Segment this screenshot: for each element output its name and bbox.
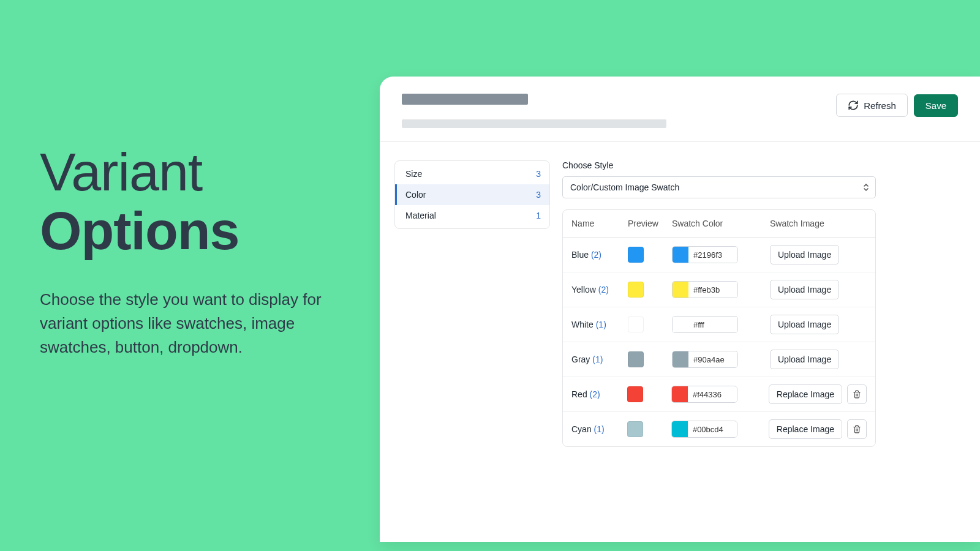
swatch-hex-field[interactable] xyxy=(688,317,737,332)
main-panel: Choose Style Color/Custom Image Swatch N… xyxy=(562,160,980,447)
th-swatch-image: Swatch Image xyxy=(770,219,867,228)
row-name: Cyan (1) xyxy=(571,424,627,434)
swatch-hex-field[interactable] xyxy=(688,352,737,367)
swatch-color-input[interactable] xyxy=(671,386,737,403)
choose-style-label: Choose Style xyxy=(562,160,980,170)
swatch-color-input[interactable] xyxy=(671,421,737,438)
delete-image-button[interactable] xyxy=(847,384,867,404)
sidebar-item-label: Size xyxy=(405,169,422,179)
swatch-hex-field[interactable] xyxy=(688,387,737,402)
row-swatch-image: Upload Image xyxy=(770,280,867,299)
row-count: (2) xyxy=(598,285,609,294)
upload-image-button[interactable]: Upload Image xyxy=(770,315,839,334)
swatch-color-chip[interactable] xyxy=(673,351,688,367)
preview-swatch xyxy=(628,247,644,263)
sidebar-item-label: Color xyxy=(405,190,426,200)
th-name: Name xyxy=(571,219,628,228)
subtitle-placeholder xyxy=(402,119,666,128)
row-name: White (1) xyxy=(571,320,628,329)
row-count: (2) xyxy=(590,389,600,399)
table-body: Blue (2)Upload ImageYellow (2)Upload Ima… xyxy=(563,238,875,446)
preview-swatch xyxy=(628,282,644,298)
swatch-color-input[interactable] xyxy=(672,246,738,263)
preview-swatch xyxy=(627,421,643,437)
sidebar-item-count: 1 xyxy=(536,211,541,220)
swatch-hex-field[interactable] xyxy=(688,282,737,298)
swatch-color-input[interactable] xyxy=(672,351,738,368)
row-swatch-image: Upload Image xyxy=(770,350,867,369)
swatch-hex-field[interactable] xyxy=(688,422,737,437)
row-preview xyxy=(628,247,672,263)
hero-text-block: Variant Options Choose the style you wan… xyxy=(40,144,349,359)
preview-swatch xyxy=(627,386,643,402)
table-row: Gray (1)Upload Image xyxy=(563,342,875,377)
hero-description: Choose the style you want to display for… xyxy=(40,288,349,359)
style-select-wrap: Color/Custom Image Swatch xyxy=(562,176,876,198)
swatch-color-chip[interactable] xyxy=(673,247,688,263)
app-body: Size3Color3Material1 Choose Style Color/… xyxy=(380,142,980,447)
row-swatch-color xyxy=(672,246,770,263)
row-swatch-color xyxy=(672,351,770,368)
sidebar-item-color[interactable]: Color3 xyxy=(395,184,549,205)
trash-icon xyxy=(853,425,861,433)
header-actions: Refresh Save xyxy=(836,94,958,117)
table-row: Cyan (1)Replace Image xyxy=(563,412,875,446)
replace-image-button[interactable]: Replace Image xyxy=(769,384,842,404)
refresh-button[interactable]: Refresh xyxy=(836,94,908,117)
swatch-table: Name Preview Swatch Color Swatch Image B… xyxy=(562,209,876,447)
sidebar-item-size[interactable]: Size3 xyxy=(395,163,549,184)
hero-title-line-1: Variant xyxy=(40,144,349,200)
refresh-icon xyxy=(848,100,859,111)
swatch-color-input[interactable] xyxy=(672,281,738,298)
row-swatch-image: Upload Image xyxy=(770,315,867,334)
upload-image-button[interactable]: Upload Image xyxy=(770,245,839,264)
sidebar-item-count: 3 xyxy=(536,169,541,179)
row-swatch-color xyxy=(672,281,770,298)
table-row: White (1)Upload Image xyxy=(563,307,875,342)
sidebar-item-count: 3 xyxy=(536,190,541,200)
preview-swatch xyxy=(628,351,644,367)
save-button[interactable]: Save xyxy=(914,94,958,117)
sidebar-item-material[interactable]: Material1 xyxy=(395,205,549,226)
upload-image-button[interactable]: Upload Image xyxy=(770,280,839,299)
save-button-label: Save xyxy=(925,100,946,111)
swatch-color-chip[interactable] xyxy=(673,317,688,332)
row-name: Red (2) xyxy=(571,389,627,399)
row-count: (1) xyxy=(596,320,606,329)
swatch-color-chip[interactable] xyxy=(672,421,688,437)
row-swatch-image: Replace Image xyxy=(769,419,867,439)
row-swatch-image: Upload Image xyxy=(770,245,867,264)
table-row: Red (2)Replace Image xyxy=(563,377,875,412)
row-swatch-image: Replace Image xyxy=(769,384,867,404)
row-preview xyxy=(628,282,672,298)
swatch-color-input[interactable] xyxy=(672,316,738,333)
row-swatch-color xyxy=(671,386,769,403)
table-header-row: Name Preview Swatch Color Swatch Image xyxy=(563,210,875,238)
sidebar-item-label: Material xyxy=(405,211,436,220)
row-preview xyxy=(628,317,672,332)
row-preview xyxy=(627,386,671,402)
refresh-button-label: Refresh xyxy=(864,100,896,111)
trash-icon xyxy=(853,390,861,399)
swatch-color-chip[interactable] xyxy=(672,386,688,402)
table-row: Blue (2)Upload Image xyxy=(563,238,875,272)
option-type-sidebar: Size3Color3Material1 xyxy=(394,160,550,229)
title-placeholder xyxy=(402,94,528,105)
hero-title-line-2: Options xyxy=(40,203,349,259)
th-preview: Preview xyxy=(628,219,672,228)
row-preview xyxy=(627,421,671,437)
row-name: Yellow (2) xyxy=(571,285,628,294)
swatch-color-chip[interactable] xyxy=(673,282,688,298)
app-header: Refresh Save xyxy=(380,77,980,142)
header-placeholders xyxy=(402,94,836,128)
th-swatch-color: Swatch Color xyxy=(672,219,770,228)
replace-image-button[interactable]: Replace Image xyxy=(769,419,842,439)
row-preview xyxy=(628,351,672,367)
delete-image-button[interactable] xyxy=(847,419,867,439)
style-select[interactable]: Color/Custom Image Swatch xyxy=(562,176,876,198)
row-swatch-color xyxy=(672,316,770,333)
upload-image-button[interactable]: Upload Image xyxy=(770,350,839,369)
app-window: Refresh Save Size3Color3Material1 Choose… xyxy=(380,77,980,542)
swatch-hex-field[interactable] xyxy=(688,247,737,263)
row-count: (1) xyxy=(592,354,603,364)
